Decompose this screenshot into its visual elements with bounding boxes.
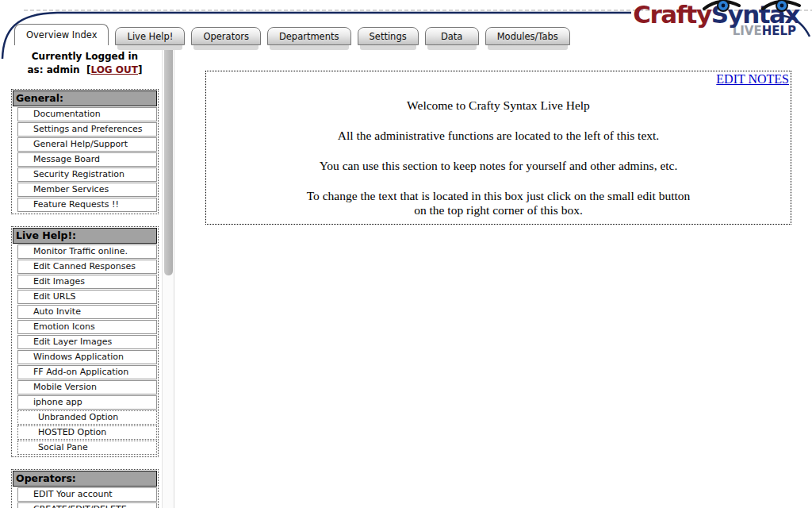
sidebar-section-live-help-: Live Help!:Monitor Traffic online.Edit C… (11, 226, 159, 457)
tab-operators[interactable]: Operators (191, 27, 260, 45)
logout-bracket-close: ] (138, 64, 142, 75)
tab-settings[interactable]: Settings (358, 27, 419, 45)
sidebar-item[interactable]: FF Add-on Application (17, 365, 157, 379)
sidebar-section-header: General: (13, 90, 157, 106)
sidebar-section-header: Live Help!: (13, 228, 157, 244)
tab-departments[interactable]: Departments (267, 27, 351, 45)
sidebar-item[interactable]: Edit Images (17, 275, 157, 289)
sidebar-item[interactable]: Documentation (17, 107, 157, 121)
sidebar-scrollbar-thumb[interactable] (164, 43, 173, 275)
sidebar-item[interactable]: Edit URLS (17, 290, 157, 304)
sidebar-item[interactable]: Feature Requests !! (17, 198, 157, 212)
sidebar-item[interactable]: Social Pane (17, 441, 157, 455)
sidebar-scrollbar[interactable] (162, 41, 174, 508)
sidebar-section-general-: General:DocumentationSettings and Prefer… (11, 89, 159, 214)
notes-content: Welcome to Crafty Syntax Live HelpAll th… (206, 71, 791, 217)
logo-eyes-icon (703, 0, 804, 17)
logged-in-line1: Currently Logged in (32, 51, 138, 62)
logo-crafty-text: Crafty (633, 0, 710, 29)
sidebar-item[interactable]: Message Board (17, 152, 157, 167)
sidebar: Currently Logged in as: admin [LOG OUT] … (11, 45, 159, 508)
notes-paragraph: You can use this section to keep notes f… (206, 159, 791, 173)
main-tab-bar: Overview IndexLive Help!OperatorsDepartm… (14, 24, 570, 45)
tab-overview-index[interactable]: Overview Index (14, 24, 109, 45)
logo-wordmark: CraftySyntax (623, 2, 799, 27)
sidebar-item[interactable]: Edit Layer Images (17, 335, 157, 349)
sidebar-item[interactable]: Monitor Traffic online. (17, 244, 157, 259)
logged-in-user: as: admin (28, 64, 80, 75)
notes-paragraph: To change the text that is located in th… (304, 189, 693, 217)
logout-link[interactable]: LOG OUT (90, 64, 138, 75)
sidebar-sections: General:DocumentationSettings and Prefer… (11, 89, 159, 508)
sidebar-section-header: Operators: (13, 471, 157, 487)
sidebar-item[interactable]: General Help/Support (17, 137, 157, 152)
sidebar-item[interactable]: HOSTED Option (17, 425, 157, 440)
sidebar-item[interactable]: EDIT Your account (17, 487, 157, 502)
tab-live-help-[interactable]: Live Help! (115, 27, 185, 45)
sidebar-item[interactable]: Member Services (17, 183, 157, 197)
tab-modules-tabs[interactable]: Modules/Tabs (485, 27, 570, 45)
sidebar-item[interactable]: Mobile Version (17, 380, 157, 394)
sidebar-section-operators-: Operators:EDIT Your accountCREATE/EDIT/D… (11, 469, 159, 508)
sidebar-item[interactable]: iphone app (17, 395, 157, 410)
sidebar-item[interactable]: Auto Invite (17, 305, 157, 319)
tab-data[interactable]: Data (425, 27, 479, 45)
sidebar-item[interactable]: CREATE/EDIT/DELETE (17, 502, 157, 508)
sidebar-item[interactable]: Security Registration (17, 167, 157, 182)
sidebar-item[interactable]: Settings and Preferences (17, 122, 157, 137)
sidebar-item[interactable]: Edit Canned Responses (17, 260, 157, 274)
admin-notes-box: EDIT NOTES Welcome to Crafty Syntax Live… (205, 71, 791, 225)
app-logo: CraftySyntax LIVEHELP (623, 2, 799, 37)
logged-in-status: Currently Logged in as: admin [LOG OUT] (11, 50, 159, 77)
notes-paragraph: All the administrative functions are loc… (206, 129, 791, 143)
sidebar-item[interactable]: Emotion Icons (17, 320, 157, 334)
header: CraftySyntax LIVEHELP Overview IndexLive… (0, 0, 812, 46)
notes-paragraph: Welcome to Crafty Syntax Live Help (206, 98, 791, 113)
sidebar-item[interactable]: Unbranded Option (17, 410, 157, 425)
edit-notes-link[interactable]: EDIT NOTES (716, 72, 789, 87)
sidebar-item[interactable]: Windows Application (17, 350, 157, 364)
